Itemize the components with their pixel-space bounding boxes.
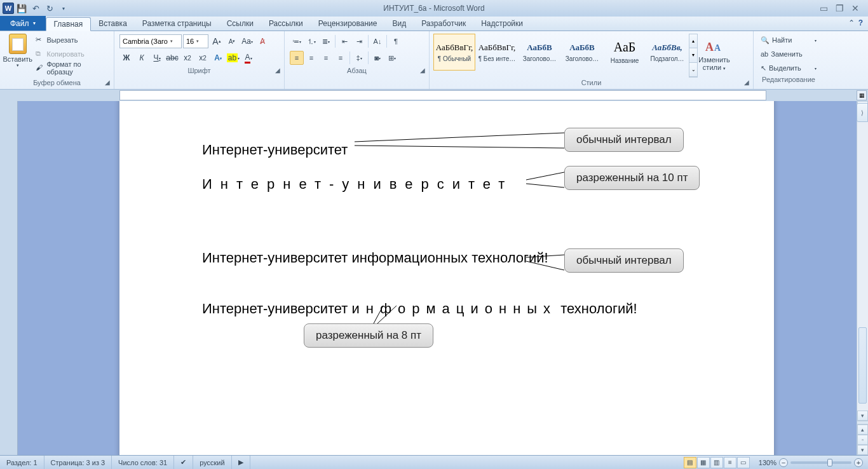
zoom-out-button[interactable]: − (779, 458, 788, 467)
close-icon[interactable]: ✕ (851, 3, 859, 13)
subscript-button[interactable]: x2 (180, 51, 194, 65)
gallery-down-icon[interactable]: ▾ (689, 48, 697, 62)
callout-2[interactable]: разреженный на 10 пт (564, 166, 700, 190)
tab-insert[interactable]: Вставка (91, 17, 135, 31)
show-marks-button[interactable]: ¶ (389, 34, 403, 48)
zoom-thumb[interactable] (827, 459, 832, 466)
scroll-thumb[interactable] (858, 327, 867, 404)
draft-view-icon[interactable]: ▭ (737, 457, 750, 468)
numbering-button[interactable]: ⒈▾ (304, 34, 318, 48)
style-heading1[interactable]: АаБбВЗаголово… (519, 34, 560, 71)
clipboard-launcher-icon[interactable]: ◢ (105, 79, 110, 86)
restore-icon[interactable]: ❐ (836, 3, 844, 13)
select-button[interactable]: ↖Выделить▾ (759, 62, 818, 74)
font-size-combo[interactable]: 16▾ (183, 34, 208, 48)
page[interactable]: Интернет-университет Интернет-университе… (119, 101, 774, 455)
style-title[interactable]: АаБНазвание (604, 34, 646, 71)
replace-button[interactable]: abЗаменить (759, 48, 818, 60)
zoom-slider[interactable] (790, 461, 851, 464)
copy-button[interactable]: ⧉Копировать (36, 48, 109, 60)
word-app-icon[interactable]: W (3, 3, 14, 14)
callout-1[interactable]: обычный интервал (564, 128, 684, 152)
help-icon[interactable]: ? (858, 18, 863, 27)
decrease-indent-button[interactable]: ⇤ (337, 34, 351, 48)
horizontal-ruler[interactable]: ▦ (0, 90, 868, 101)
redo-icon[interactable]: ↻ (43, 2, 56, 15)
cut-button[interactable]: ✂Вырезать (36, 34, 109, 46)
status-proofing[interactable]: ✔ (174, 456, 193, 469)
tab-mailings[interactable]: Рассылки (261, 17, 311, 31)
outline-view-icon[interactable]: ≡ (724, 457, 736, 468)
qat-customize-icon[interactable]: ▾ (57, 2, 70, 15)
status-page[interactable]: Страница: 3 из 3 (44, 456, 112, 469)
align-center-button[interactable]: ≡ (304, 51, 318, 65)
font-color-button[interactable]: A▾ (241, 51, 255, 65)
save-icon[interactable]: 💾 (15, 2, 28, 15)
shading-button[interactable]: ◙▾ (370, 51, 384, 65)
tab-developer[interactable]: Разработчик (414, 17, 473, 31)
sort-button[interactable]: A↓ (370, 34, 384, 48)
multilevel-button[interactable]: ≣▾ (319, 34, 333, 48)
underline-button[interactable]: Ч▾ (150, 51, 164, 65)
align-right-button[interactable]: ≡ (319, 51, 333, 65)
grow-font-button[interactable]: A▴ (210, 34, 224, 48)
increase-indent-button[interactable]: ⇥ (352, 34, 366, 48)
style-subtitle[interactable]: АаБбВв,Подзагол… (646, 34, 688, 71)
document-viewport[interactable]: Интернет-университет Интернет-университе… (18, 101, 868, 455)
bold-button[interactable]: Ж (119, 51, 133, 65)
zoom-level[interactable]: 130% (759, 459, 776, 466)
tab-home[interactable]: Главная (46, 17, 92, 31)
minimize-ribbon-icon[interactable]: ⌃ (848, 18, 855, 27)
full-screen-view-icon[interactable]: ▦ (697, 457, 710, 468)
borders-button[interactable]: ⊞▾ (385, 51, 399, 65)
text-line-4[interactable]: Интернет-университет информационных техн… (202, 301, 691, 317)
style-normal[interactable]: АаБбВвГг,¶ Обычный (433, 34, 475, 71)
styles-launcher-icon[interactable]: ◢ (744, 79, 749, 86)
text-effects-button[interactable]: A▾ (211, 51, 225, 65)
callout-3[interactable]: обычный интервал (564, 248, 684, 273)
file-tab[interactable]: Файл▾ (0, 16, 46, 31)
highlight-button[interactable]: ab▾ (226, 51, 240, 65)
status-section[interactable]: Раздел: 1 (0, 456, 44, 469)
justify-button[interactable]: ≡ (334, 51, 348, 65)
paste-button[interactable]: Вставить ▾ (3, 32, 33, 79)
status-macro[interactable]: ▶ (232, 456, 250, 469)
italic-button[interactable]: К (135, 51, 149, 65)
change-styles-button[interactable]: AA Изменить стили ▾ (698, 34, 730, 78)
clear-formatting-button[interactable]: A̷ (255, 34, 269, 48)
side-panel-toggle[interactable]: ⟩ (857, 103, 868, 122)
gallery-more-icon[interactable]: ⌄ (689, 63, 697, 77)
gallery-up-icon[interactable]: ▴ (689, 34, 697, 48)
vertical-ruler[interactable] (0, 101, 18, 455)
status-words[interactable]: Число слов: 31 (112, 456, 174, 469)
scroll-down-icon[interactable]: ▾ (857, 411, 868, 421)
tab-addins[interactable]: Надстройки (473, 17, 531, 31)
undo-icon[interactable]: ↶ (29, 2, 42, 15)
status-language[interactable]: русский (193, 456, 231, 469)
browse-object-icon[interactable]: ◦ (857, 435, 868, 445)
tab-page-layout[interactable]: Разметка страницы (135, 17, 219, 31)
next-page-icon[interactable]: ▾ (857, 445, 868, 455)
prev-page-icon[interactable]: ▴ (857, 425, 868, 435)
scroll-track[interactable] (857, 111, 868, 411)
zoom-in-button[interactable]: + (854, 458, 863, 467)
change-case-button[interactable]: Aa▾ (240, 34, 254, 48)
font-launcher-icon[interactable]: ◢ (275, 67, 280, 74)
tab-references[interactable]: Ссылки (219, 17, 261, 31)
minimize-icon[interactable]: ▭ (820, 3, 828, 13)
font-name-combo[interactable]: Cambria (Заго▾ (119, 34, 182, 48)
align-left-button[interactable]: ≡ (290, 51, 304, 65)
line-spacing-button[interactable]: ‡▾ (352, 51, 366, 65)
print-layout-view-icon[interactable]: ▤ (684, 457, 696, 468)
shrink-font-button[interactable]: A▾ (225, 34, 239, 48)
strikethrough-button[interactable]: abc (165, 51, 179, 65)
format-painter-button[interactable]: 🖌Формат по образцу (36, 62, 109, 74)
style-heading2[interactable]: АаБбВЗаголово… (561, 34, 603, 71)
web-layout-view-icon[interactable]: ▥ (710, 457, 723, 468)
superscript-button[interactable]: x2 (196, 51, 210, 65)
find-button[interactable]: 🔍Найти▾ (759, 34, 818, 46)
paragraph-launcher-icon[interactable]: ◢ (420, 67, 425, 74)
bullets-button[interactable]: ≔▾ (290, 34, 304, 48)
ruler-toggle-icon[interactable]: ▦ (857, 90, 867, 100)
tab-view[interactable]: Вид (384, 17, 414, 31)
